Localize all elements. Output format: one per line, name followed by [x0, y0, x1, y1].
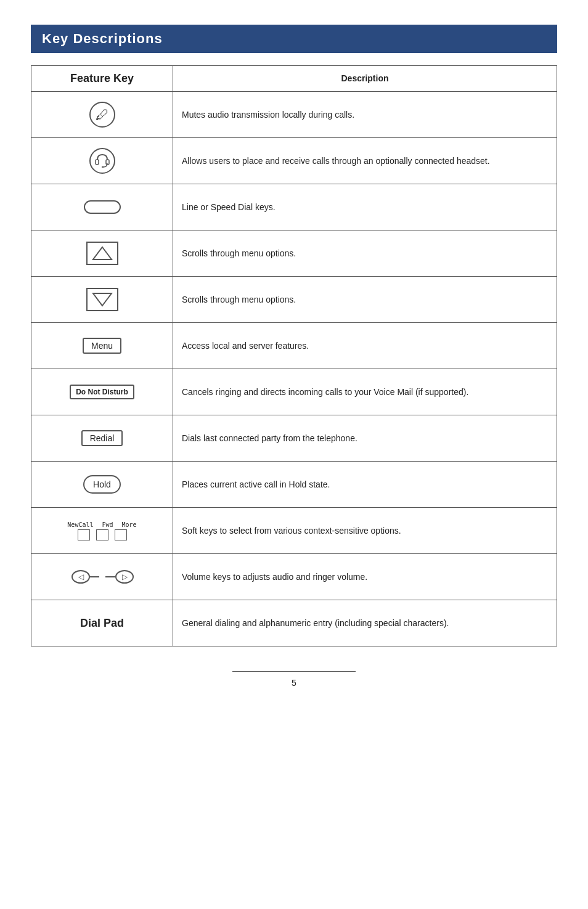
key-descriptions-table: Feature Key Description 🖊 Mutes audio tr…: [31, 65, 557, 646]
softkey-label-newcall: NewCall: [67, 521, 93, 528]
nav-down-icon: [86, 288, 118, 311]
feature-key-cell-nav-up: [31, 230, 173, 277]
softkey-button-1: [78, 529, 90, 540]
softkeys-icon: NewCall Fwd More: [67, 521, 136, 540]
redial-button-icon: Redial: [81, 430, 123, 446]
softkey-button-2: [96, 529, 108, 540]
volume-right-icon: ▷: [103, 569, 134, 584]
feature-key-cell-nav-down: [31, 277, 173, 323]
dialpad-label: Dial Pad: [80, 617, 124, 630]
table-row: Menu Access local and server features.: [31, 323, 557, 369]
feature-key-cell-dnd: Do Not Disturb: [31, 369, 173, 415]
description-cell-mute: Mutes audio transmission locally during …: [173, 92, 557, 138]
mute-icon: 🖊: [89, 101, 116, 128]
table-row: Scrolls through menu options.: [31, 277, 557, 323]
description-cell-nav-up: Scrolls through menu options.: [173, 230, 557, 277]
feature-key-cell-redial: Redial: [31, 415, 173, 462]
svg-marker-7: [93, 293, 112, 306]
page-number: 5: [292, 678, 296, 688]
menu-button-icon: Menu: [83, 338, 121, 354]
description-cell-menu: Access local and server features.: [173, 323, 557, 369]
table-row: Redial Dials last connected party from t…: [31, 415, 557, 462]
dnd-button-icon: Do Not Disturb: [70, 385, 134, 399]
table-row: Scrolls through menu options.: [31, 230, 557, 277]
description-cell-nav-down: Scrolls through menu options.: [173, 277, 557, 323]
col-header-feature-key: Feature Key: [31, 66, 173, 92]
table-row: 🖊 Mutes audio transmission locally durin…: [31, 92, 557, 138]
page-footer: 5: [232, 671, 356, 688]
description-cell-hold: Places current active call in Hold state…: [173, 462, 557, 508]
description-cell-redial: Dials last connected party from the tele…: [173, 415, 557, 462]
table-row: Dial Pad General dialing and alphanumeri…: [31, 600, 557, 646]
svg-marker-6: [93, 247, 112, 259]
col-header-description: Description: [173, 66, 557, 92]
feature-key-cell-hold: Hold: [31, 462, 173, 508]
svg-text:🖊: 🖊: [96, 107, 109, 123]
feature-key-cell-menu: Menu: [31, 323, 173, 369]
description-cell-dialpad: General dialing and alphanumeric entry (…: [173, 600, 557, 646]
description-cell-headset: Allows users to place and receive calls …: [173, 138, 557, 184]
description-cell-volume: Volume keys to adjusts audio and ringer …: [173, 554, 557, 600]
softkey-label-fwd: Fwd: [102, 521, 113, 528]
feature-key-cell-softkeys: NewCall Fwd More: [31, 508, 173, 554]
table-row: Do Not Disturb Cancels ringing and direc…: [31, 369, 557, 415]
description-cell-softkeys: Soft keys to select from various context…: [173, 508, 557, 554]
page-title: Key Descriptions: [42, 31, 163, 46]
feature-key-cell-dialpad: Dial Pad: [31, 600, 173, 646]
svg-point-2: [90, 149, 115, 173]
softkey-label-more: More: [122, 521, 137, 528]
volume-left-icon: ◁: [71, 569, 102, 584]
description-cell-line: Line or Speed Dial keys.: [173, 184, 557, 230]
svg-text:▷: ▷: [121, 573, 128, 581]
table-row: Allows users to place and receive calls …: [31, 138, 557, 184]
feature-key-cell-line: [31, 184, 173, 230]
line-key-icon: [84, 200, 121, 214]
softkey-button-3: [115, 529, 127, 540]
page-title-bar: Key Descriptions: [31, 25, 557, 53]
svg-text:◁: ◁: [78, 573, 84, 581]
feature-key-cell-mute: 🖊: [31, 92, 173, 138]
table-row: Hold Places current active call in Hold …: [31, 462, 557, 508]
table-row: ◁ ▷ Volume keys to adjusts audio and rin…: [31, 554, 557, 600]
description-cell-dnd: Cancels ringing and directs incoming cal…: [173, 369, 557, 415]
volume-icon: ◁ ▷: [71, 569, 134, 584]
table-row: NewCall Fwd More Soft keys to select fro…: [31, 508, 557, 554]
table-row: Line or Speed Dial keys.: [31, 184, 557, 230]
feature-key-cell-volume: ◁ ▷: [31, 554, 173, 600]
nav-up-icon: [86, 242, 118, 265]
feature-key-cell-headset: [31, 138, 173, 184]
headset-icon: [89, 147, 116, 174]
hold-button-icon: Hold: [83, 475, 121, 494]
